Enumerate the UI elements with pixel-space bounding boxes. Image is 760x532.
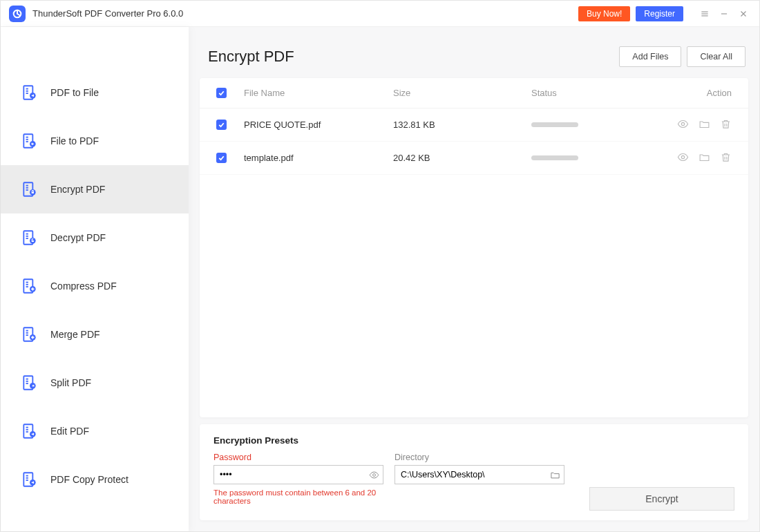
sidebar-item-pdf-to-file[interactable]: PDF to File bbox=[1, 68, 189, 117]
column-header-status: Status bbox=[531, 88, 649, 98]
encryption-presets-panel: Encryption Presets Password The password… bbox=[200, 424, 748, 520]
delete-icon[interactable] bbox=[720, 118, 732, 132]
sidebar-item-split-pdf[interactable]: Split PDF bbox=[1, 359, 189, 407]
file-edit-icon bbox=[20, 421, 39, 441]
encrypt-button[interactable]: Encrypt bbox=[589, 487, 734, 511]
sidebar-item-label: Edit PDF bbox=[50, 426, 89, 437]
sidebar-item-label: PDF to File bbox=[50, 87, 99, 98]
svg-rect-28 bbox=[32, 240, 34, 242]
app-title: ThunderSoft PDF Converter Pro 6.0.0 bbox=[32, 8, 183, 19]
svg-rect-22 bbox=[32, 192, 34, 193]
open-folder-icon[interactable] bbox=[699, 118, 710, 132]
sidebar-item-label: Merge PDF bbox=[50, 329, 100, 340]
browse-folder-icon[interactable] bbox=[546, 470, 564, 480]
sidebar-item-label: PDF Copy Protect bbox=[50, 474, 129, 485]
preview-icon[interactable] bbox=[677, 151, 689, 165]
table-row: template.pdf 20.42 KB bbox=[200, 142, 748, 175]
app-logo-icon bbox=[9, 6, 26, 22]
svg-point-56 bbox=[681, 122, 684, 125]
file-lock-icon bbox=[20, 180, 39, 199]
row-checkbox[interactable] bbox=[216, 153, 227, 163]
minimize-icon[interactable] bbox=[716, 6, 732, 21]
app-window: ThunderSoft PDF Converter Pro 6.0.0 Buy … bbox=[0, 0, 760, 532]
file-split-icon bbox=[20, 373, 39, 392]
table-header: File Name Size Status Action bbox=[200, 78, 748, 108]
preview-icon[interactable] bbox=[677, 118, 689, 132]
sidebar-item-label: Compress PDF bbox=[50, 281, 117, 292]
sidebar-item-merge-pdf[interactable]: Merge PDF bbox=[1, 310, 189, 359]
file-name-cell: template.pdf bbox=[244, 153, 393, 163]
file-status-cell bbox=[531, 122, 649, 127]
sidebar-item-label: Encrypt PDF bbox=[50, 184, 105, 195]
password-input[interactable] bbox=[214, 470, 365, 479]
sidebar: PDF to File File to PDF Encrypt PDF Decr… bbox=[1, 27, 189, 531]
status-bar-icon bbox=[531, 155, 578, 160]
menu-icon[interactable] bbox=[697, 6, 712, 21]
body: PDF to File File to PDF Encrypt PDF Decr… bbox=[1, 27, 759, 531]
select-all-checkbox[interactable] bbox=[216, 88, 227, 98]
titlebar: ThunderSoft PDF Converter Pro 6.0.0 Buy … bbox=[1, 1, 759, 27]
directory-label: Directory bbox=[395, 453, 564, 462]
file-panel: File Name Size Status Action PRICE QUOTE… bbox=[200, 78, 748, 417]
sidebar-item-edit-pdf[interactable]: Edit PDF bbox=[1, 407, 189, 455]
page-title: Encrypt PDF bbox=[208, 48, 294, 66]
sidebar-item-label: Split PDF bbox=[50, 377, 91, 388]
svg-point-57 bbox=[681, 155, 684, 158]
file-unlock-icon bbox=[20, 228, 39, 247]
main-content: Encrypt PDF Add Files Clear All File Nam… bbox=[189, 27, 759, 531]
directory-input[interactable] bbox=[395, 470, 546, 479]
sidebar-item-encrypt-pdf[interactable]: Encrypt PDF bbox=[1, 165, 189, 213]
sidebar-item-copy-protect[interactable]: PDF Copy Protect bbox=[1, 455, 189, 504]
file-size-cell: 20.42 KB bbox=[393, 153, 531, 163]
presets-title: Encryption Presets bbox=[213, 435, 734, 446]
sidebar-item-decrypt-pdf[interactable]: Decrypt PDF bbox=[1, 213, 189, 262]
svg-point-58 bbox=[372, 473, 375, 476]
clear-all-button[interactable]: Clear All bbox=[687, 46, 745, 67]
column-header-action: Action bbox=[649, 88, 732, 98]
column-header-name: File Name bbox=[244, 88, 393, 98]
close-icon[interactable] bbox=[736, 6, 751, 21]
buy-now-button[interactable]: Buy Now! bbox=[578, 6, 630, 21]
sidebar-item-label: Decrypt PDF bbox=[50, 232, 106, 243]
password-error-msg: The password must contain between 6 and … bbox=[213, 488, 383, 505]
file-merge-icon bbox=[20, 325, 39, 344]
column-header-size: Size bbox=[393, 88, 531, 98]
table-row: PRICE QUOTE.pdf 132.81 KB bbox=[200, 108, 748, 142]
delete-icon[interactable] bbox=[720, 151, 732, 165]
sidebar-item-label: File to PDF bbox=[50, 135, 99, 146]
register-button[interactable]: Register bbox=[636, 6, 683, 21]
file-compress-icon bbox=[20, 276, 39, 296]
password-input-wrap bbox=[213, 465, 383, 484]
open-folder-icon[interactable] bbox=[699, 151, 710, 165]
file-arrow-left-icon bbox=[20, 131, 39, 151]
file-arrow-right-icon bbox=[20, 83, 39, 102]
file-protect-icon bbox=[20, 470, 39, 489]
file-name-cell: PRICE QUOTE.pdf bbox=[244, 120, 393, 130]
password-label: Password bbox=[213, 453, 383, 462]
file-status-cell bbox=[531, 155, 649, 160]
sidebar-item-file-to-pdf[interactable]: File to PDF bbox=[1, 117, 189, 165]
status-bar-icon bbox=[531, 122, 578, 127]
directory-input-wrap bbox=[395, 465, 564, 484]
row-checkbox[interactable] bbox=[216, 120, 227, 130]
main-header: Encrypt PDF Add Files Clear All bbox=[189, 27, 759, 78]
add-files-button[interactable]: Add Files bbox=[619, 46, 681, 67]
file-size-cell: 132.81 KB bbox=[393, 120, 531, 130]
sidebar-item-compress-pdf[interactable]: Compress PDF bbox=[1, 262, 189, 310]
reveal-password-icon[interactable] bbox=[365, 470, 383, 480]
